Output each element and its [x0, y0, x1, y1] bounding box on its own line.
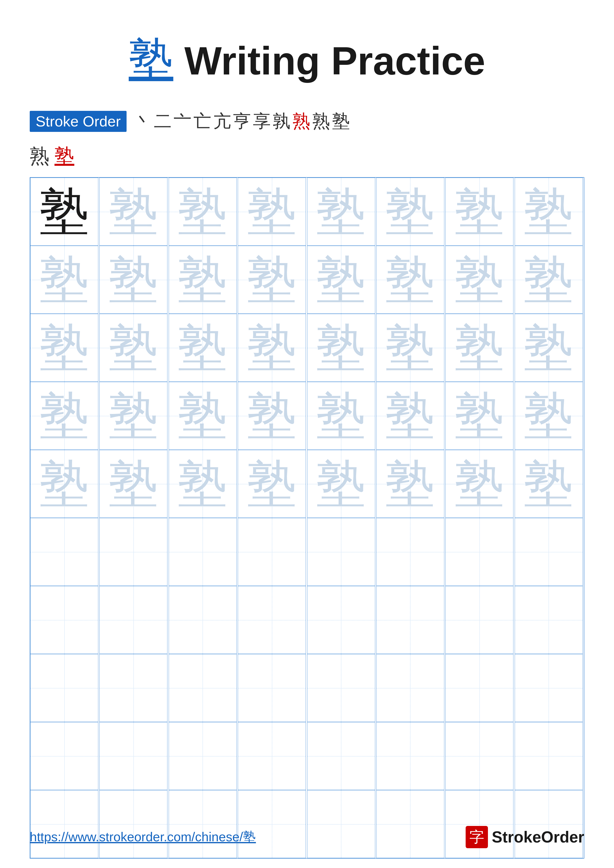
stroke-row2-char-1: 熟 — [30, 143, 50, 170]
grid-char: 塾 — [524, 315, 574, 381]
grid-cell-r4c8[interactable]: 塾 — [515, 382, 583, 450]
grid-cell-r3c6[interactable]: 塾 — [376, 314, 445, 382]
grid-cell-r4c4[interactable]: 塾 — [238, 382, 306, 450]
grid-char: 塾 — [455, 451, 504, 518]
grid-cell-r2c4[interactable]: 塾 — [238, 246, 306, 314]
grid-cell-r4c5[interactable]: 塾 — [307, 382, 375, 450]
grid-cell-r1c6[interactable]: 塾 — [376, 178, 445, 246]
grid-cell-r6c4[interactable] — [238, 518, 306, 586]
page: 塾 Writing Practice Stroke Order 丶 二 亠 亡 … — [0, 0, 614, 868]
grid-cell-r4c1[interactable]: 塾 — [30, 382, 98, 450]
grid-cell-r1c4[interactable]: 塾 — [238, 178, 306, 246]
grid-cell-r6c7[interactable] — [445, 518, 513, 586]
grid-cell-r5c2[interactable]: 塾 — [99, 450, 168, 518]
grid-char: 塾 — [455, 315, 504, 381]
title-character: 塾 — [129, 35, 173, 84]
grid-cell-r6c3[interactable] — [169, 518, 237, 586]
grid-char: 塾 — [109, 246, 158, 313]
grid-char: 塾 — [316, 246, 366, 313]
grid-cell-r9c2[interactable] — [99, 722, 168, 790]
stroke-char-7: 享 — [253, 109, 271, 133]
grid-cell-r4c7[interactable]: 塾 — [445, 382, 513, 450]
grid-cell-r2c6[interactable]: 塾 — [376, 246, 445, 314]
grid-cell-r3c5[interactable]: 塾 — [307, 314, 375, 382]
grid-cell-r2c8[interactable]: 塾 — [515, 246, 583, 314]
grid-cell-r6c2[interactable] — [99, 518, 168, 586]
grid-cell-r9c5[interactable] — [307, 722, 375, 790]
grid-char: 塾 — [247, 315, 297, 381]
grid-char: 塾 — [40, 451, 89, 518]
grid-cell-r5c3[interactable]: 塾 — [169, 450, 237, 518]
grid-cell-r2c7[interactable]: 塾 — [445, 246, 513, 314]
grid-cell-r4c3[interactable]: 塾 — [169, 382, 237, 450]
grid-cell-r8c5[interactable] — [307, 654, 375, 722]
grid-cell-r3c3[interactable]: 塾 — [169, 314, 237, 382]
grid-cell-r7c8[interactable] — [515, 586, 583, 654]
grid-cell-r8c4[interactable] — [238, 654, 306, 722]
grid-cell-r5c6[interactable]: 塾 — [376, 450, 445, 518]
grid-cell-r9c3[interactable] — [169, 722, 237, 790]
grid-cell-r2c3[interactable]: 塾 — [169, 246, 237, 314]
footer-logo-text: StrokeOrder — [492, 828, 584, 846]
grid-char: 塾 — [385, 315, 435, 381]
stroke-row2-char-2: 塾 — [54, 143, 74, 170]
grid-cell-r7c5[interactable] — [307, 586, 375, 654]
grid-cell-r3c4[interactable]: 塾 — [238, 314, 306, 382]
grid-cell-r8c7[interactable] — [445, 654, 513, 722]
grid-char: 塾 — [109, 178, 158, 245]
grid-cell-r9c7[interactable] — [445, 722, 513, 790]
grid-cell-r5c4[interactable]: 塾 — [238, 450, 306, 518]
grid-cell-r4c6[interactable]: 塾 — [376, 382, 445, 450]
grid-cell-r1c3[interactable]: 塾 — [169, 178, 237, 246]
grid-cell-r8c8[interactable] — [515, 654, 583, 722]
grid-cell-r2c2[interactable]: 塾 — [99, 246, 168, 314]
grid-cell-r5c8[interactable]: 塾 — [515, 450, 583, 518]
grid-cell-r9c8[interactable] — [515, 722, 583, 790]
grid-cell-r3c7[interactable]: 塾 — [445, 314, 513, 382]
grid-cell-r6c8[interactable] — [515, 518, 583, 586]
grid-cell-r8c6[interactable] — [376, 654, 445, 722]
grid-cell-r3c2[interactable]: 塾 — [99, 314, 168, 382]
grid-cell-r7c2[interactable] — [99, 586, 168, 654]
footer-url[interactable]: https://www.strokeorder.com/chinese/塾 — [30, 828, 256, 846]
grid-char: 塾 — [455, 178, 504, 245]
grid-char: 塾 — [109, 451, 158, 518]
stroke-order-section: Stroke Order 丶 二 亠 亡 亢 亨 享 孰 熟 熟 塾 — [30, 109, 584, 133]
grid-cell-r1c7[interactable]: 塾 — [445, 178, 513, 246]
grid-cell-r1c1[interactable]: 塾 — [30, 178, 98, 246]
strokeorder-logo-icon: 字 — [466, 826, 488, 848]
grid-cell-r1c5[interactable]: 塾 — [307, 178, 375, 246]
grid-cell-r2c5[interactable]: 塾 — [307, 246, 375, 314]
stroke-char-5: 亢 — [213, 109, 231, 133]
footer: https://www.strokeorder.com/chinese/塾 字 … — [30, 826, 584, 848]
grid-char: 塾 — [247, 178, 297, 245]
grid-cell-r5c5[interactable]: 塾 — [307, 450, 375, 518]
grid-cell-r7c6[interactable] — [376, 586, 445, 654]
grid-cell-r3c8[interactable]: 塾 — [515, 314, 583, 382]
grid-cell-r4c2[interactable]: 塾 — [99, 382, 168, 450]
grid-cell-r6c6[interactable] — [376, 518, 445, 586]
grid-cell-r3c1[interactable]: 塾 — [30, 314, 98, 382]
grid-cell-r9c1[interactable] — [30, 722, 98, 790]
grid-cell-r7c4[interactable] — [238, 586, 306, 654]
grid-cell-r6c5[interactable] — [307, 518, 375, 586]
grid-cell-r7c1[interactable] — [30, 586, 98, 654]
practice-grid: 塾 塾 塾 塾 塾 塾 塾 塾 塾 塾 塾 塾 塾 塾 塾 塾 塾 塾 塾 塾 … — [30, 177, 584, 859]
grid-cell-r5c1[interactable]: 塾 — [30, 450, 98, 518]
grid-cell-r2c1[interactable]: 塾 — [30, 246, 98, 314]
grid-char: 塾 — [316, 451, 366, 518]
grid-cell-r9c4[interactable] — [238, 722, 306, 790]
grid-cell-r7c7[interactable] — [445, 586, 513, 654]
grid-cell-r8c1[interactable] — [30, 654, 98, 722]
grid-char: 塾 — [524, 246, 574, 313]
grid-cell-r9c6[interactable] — [376, 722, 445, 790]
grid-cell-r7c3[interactable] — [169, 586, 237, 654]
grid-cell-r1c2[interactable]: 塾 — [99, 178, 168, 246]
grid-char: 塾 — [40, 383, 89, 450]
grid-cell-r5c7[interactable]: 塾 — [445, 450, 513, 518]
grid-cell-r6c1[interactable] — [30, 518, 98, 586]
grid-cell-r8c3[interactable] — [169, 654, 237, 722]
grid-cell-r1c8[interactable]: 塾 — [515, 178, 583, 246]
grid-char: 塾 — [316, 315, 366, 381]
grid-cell-r8c2[interactable] — [99, 654, 168, 722]
